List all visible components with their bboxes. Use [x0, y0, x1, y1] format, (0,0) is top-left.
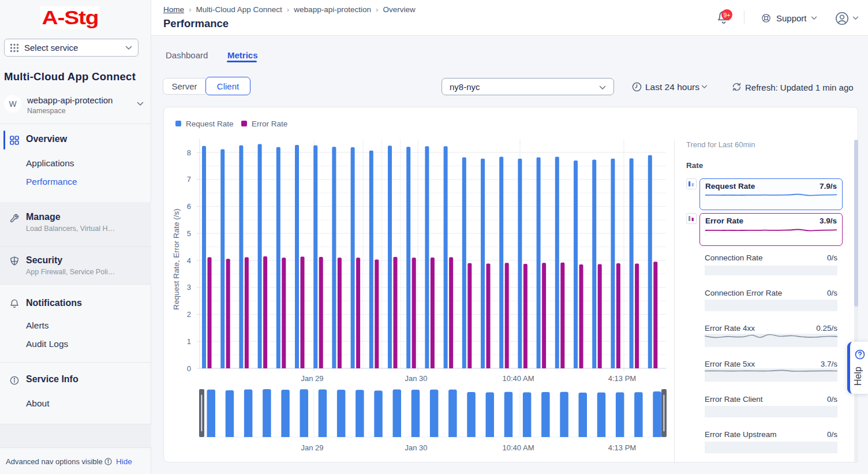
svg-text:7: 7	[187, 175, 191, 184]
svg-text:8: 8	[187, 148, 191, 157]
svg-text:10:40 AM: 10:40 AM	[503, 374, 534, 383]
svg-text:10:40 AM: 10:40 AM	[503, 443, 534, 452]
svg-text:5: 5	[187, 229, 191, 238]
svg-text:Jan 30: Jan 30	[405, 443, 427, 452]
svg-text:1: 1	[187, 337, 191, 346]
svg-text:3: 3	[187, 283, 191, 292]
svg-text:4: 4	[187, 256, 191, 265]
svg-text:2: 2	[187, 310, 191, 319]
svg-text:Error Rate: Error Rate	[252, 120, 287, 128]
svg-text:0: 0	[187, 364, 191, 373]
svg-text:Request Rate: Request Rate	[186, 120, 234, 128]
svg-text:Jan 30: Jan 30	[405, 374, 427, 383]
svg-text:Jan 29: Jan 29	[301, 443, 323, 452]
svg-text:4:13 PM: 4:13 PM	[608, 443, 636, 452]
svg-text:Request Rate, Error Rate (/s): Request Rate, Error Rate (/s)	[172, 208, 181, 310]
svg-text:4:13 PM: 4:13 PM	[608, 374, 636, 383]
svg-text:Jan 29: Jan 29	[301, 374, 323, 383]
svg-text:6: 6	[187, 202, 191, 211]
